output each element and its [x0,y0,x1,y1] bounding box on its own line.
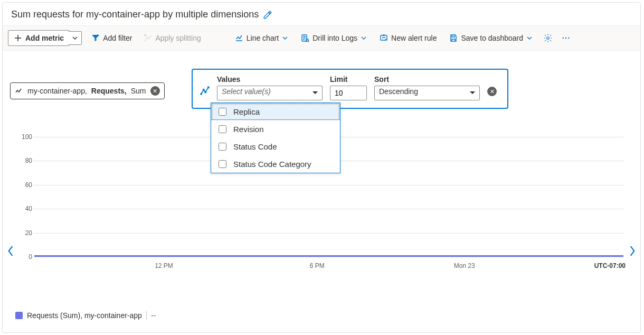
save-icon [449,34,458,42]
values-option-label: Status Code [233,142,277,151]
filter-icon [91,34,100,42]
add-filter-button[interactable]: Add filter [86,31,137,45]
apply-splitting-button: Apply splitting [138,31,206,45]
sort-label: Sort [374,75,480,83]
new-alert-button[interactable]: New alert rule [374,31,442,45]
svg-point-4 [547,37,550,40]
y-tick-label: 100 [13,133,32,141]
gridline [34,257,623,257]
metrics-card: Sum requests for my-container-app by mul… [2,2,641,333]
add-filter-label: Add filter [103,34,132,42]
line-chart-icon [235,34,243,42]
scroll-left-icon[interactable] [7,245,14,257]
splitting-icon [144,34,152,42]
line-chart-label: Line chart [247,34,279,42]
values-option[interactable]: Status Code Category [211,155,340,173]
svg-point-10 [205,91,206,92]
chart-area: my-container-app, Requests, Sum ✕ Values… [3,51,640,278]
title-row: Sum requests for my-container-app by mul… [3,3,640,25]
remove-metric-icon[interactable]: ✕ [150,86,160,96]
timezone-label: UTC-07:00 [594,262,626,269]
metric-aggregation: Sum [131,87,146,95]
add-metric-caret[interactable] [69,31,82,45]
metric-line-icon [15,87,23,95]
chevron-down-icon [282,35,288,41]
svg-point-8 [201,94,202,95]
alert-icon [380,34,388,42]
values-label: Values [217,75,323,83]
chevron-down-icon [526,35,533,41]
limit-label: Limit [330,75,367,83]
values-select[interactable]: Select value(s) [217,86,323,100]
legend-swatch [15,312,23,319]
gridline [34,233,623,234]
metric-resource: my-container-app, [27,87,87,95]
y-tick-label: 80 [13,157,32,164]
y-tick-label: 0 [13,253,32,260]
plus-icon [14,34,22,42]
gridline [34,209,623,209]
legend-text: Requests (Sum), my-container-app [27,311,142,320]
limit-input[interactable] [330,86,367,100]
svg-point-1 [306,39,308,41]
legend: Requests (Sum), my-container-app -- [15,311,156,320]
values-option[interactable]: Revision [211,120,340,138]
edit-title-icon[interactable] [263,10,272,20]
values-dropdown: Replica Revision Status Code Status Code… [211,103,340,173]
svg-point-11 [208,87,209,88]
line-chart-button[interactable]: Line chart [230,31,293,45]
apply-splitting-label: Apply splitting [155,34,201,42]
sort-value: Descending [379,87,418,96]
values-option[interactable]: Status Code [211,138,340,155]
x-tick-label: 12 PM [155,262,173,269]
drill-logs-button[interactable]: Drill into Logs [296,31,372,45]
x-tick-label: Mon 23 [454,262,475,269]
values-option-checkbox[interactable] [219,143,226,151]
add-metric-button[interactable]: Add metric [8,30,70,46]
splitting-panel-icon [200,86,210,95]
values-option-checkbox[interactable] [219,108,226,116]
chart-title: Sum requests for my-container-app by mul… [11,9,259,20]
y-tick-label: 20 [13,229,32,237]
close-splitting-icon[interactable]: ✕ [487,87,497,96]
drill-logs-label: Drill into Logs [312,34,357,42]
values-column: Values Select value(s) [217,75,323,100]
more-icon[interactable] [558,30,574,46]
metric-pill[interactable]: my-container-app, Requests, Sum ✕ [10,82,165,99]
y-tick-label: 40 [13,205,32,212]
values-placeholder: Select value(s) [222,87,271,96]
svg-point-7 [568,38,569,39]
gridline [34,185,623,185]
logs-icon [301,34,309,42]
add-metric-label: Add metric [25,34,64,42]
values-option-label: Revision [233,125,264,134]
settings-icon[interactable] [540,30,556,46]
sort-column: Sort Descending [374,75,480,100]
values-option[interactable]: Replica [211,103,340,120]
values-option-label: Replica [233,107,260,116]
scroll-right-icon[interactable] [629,245,636,257]
y-tick-label: 60 [13,181,32,189]
toolbar: Add metric Add filter Apply splitting Li… [3,25,640,51]
chevron-down-icon [361,35,367,41]
svg-point-5 [563,38,564,39]
metric-name: Requests, [91,87,127,95]
values-option-checkbox[interactable] [219,160,226,168]
limit-column: Limit [330,75,367,100]
svg-point-9 [203,89,204,90]
save-dashboard-label: Save to dashboard [461,34,523,42]
values-option-label: Status Code Category [233,160,311,169]
legend-value: -- [146,311,156,320]
svg-point-3 [385,39,386,40]
x-tick-label: 6 PM [310,262,325,269]
values-option-checkbox[interactable] [219,125,226,133]
save-dashboard-button[interactable]: Save to dashboard [444,31,538,45]
svg-point-6 [565,38,566,39]
sort-select[interactable]: Descending [374,86,480,100]
new-alert-label: New alert rule [391,34,437,42]
